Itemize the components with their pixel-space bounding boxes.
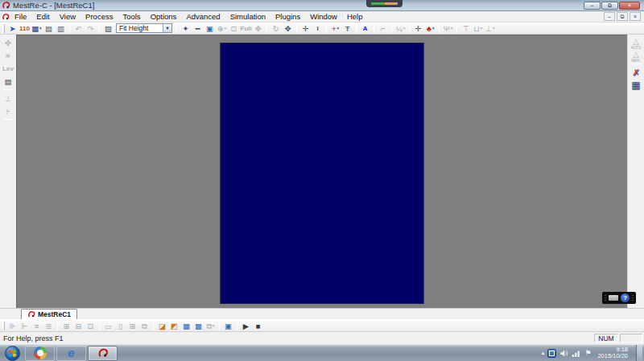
drag-handle[interactable]	[632, 295, 634, 302]
overlay-table-icon[interactable]: ▦	[181, 321, 192, 331]
close-button[interactable]: ×	[619, 2, 640, 10]
zoom-mode-icon[interactable]: ▨	[103, 23, 114, 34]
stop-icon[interactable]: ■	[253, 321, 264, 331]
network-signal-icon[interactable]	[572, 349, 581, 358]
menu-plugins[interactable]: Plugins	[270, 11, 305, 23]
volume-icon[interactable]	[559, 349, 568, 358]
trace-icon: ⊦	[2, 105, 14, 117]
overlay-grid-icon[interactable]: ▩	[193, 321, 204, 331]
tree-icon[interactable]: ♣▾	[425, 23, 436, 34]
distribute-h-icon: ≡	[31, 321, 43, 331]
mdi-close-button[interactable]: ×	[630, 12, 641, 21]
arrange-icon: ⧉▾	[205, 321, 217, 331]
separator	[326, 24, 327, 33]
spectrum-page[interactable]	[221, 43, 424, 304]
main-toolbar: ➤110▦▾▤▥↶↷▨ Fit Height ▼ ✦━▣⊕▾⊡Full✥↻✥✛I…	[0, 23, 644, 35]
separator	[3, 89, 13, 90]
taskbar-360-browser-button[interactable]	[25, 346, 55, 361]
menu-tools[interactable]: Tools	[118, 11, 145, 23]
taskbar-clock[interactable]: 9:18 2015/10/20	[597, 347, 628, 359]
combobox-dropdown-icon[interactable]: ▼	[163, 24, 171, 32]
peak-pick-icon[interactable]: Ŧ	[342, 23, 353, 34]
capture-overlay-widget: ?	[602, 292, 636, 304]
separator	[237, 322, 237, 330]
action-center-flag-icon[interactable]: ⚑	[584, 349, 591, 357]
level-table-icon[interactable]: ▤	[2, 76, 14, 87]
save-icon[interactable]: ▦▾	[31, 23, 43, 34]
integral-icon[interactable]: I	[312, 23, 324, 34]
tab-mestrec1[interactable]: MestReC1	[21, 309, 77, 319]
fraction-icon: ¼▾	[395, 23, 407, 34]
start-button[interactable]	[2, 346, 23, 361]
statusbar: For Help, press F1 NUM	[0, 332, 644, 344]
help-icon[interactable]: ?	[621, 293, 630, 302]
repair-tools-icon[interactable]: ✗	[630, 67, 642, 78]
new-fid-icon[interactable]: 110	[19, 23, 31, 34]
system-tray: ▴ ⚑ 9:18 2015/10/20	[542, 345, 642, 361]
menubar: FileEditViewProcessToolsOptionsAdvancedS…	[0, 11, 644, 23]
crosshair-icon[interactable]: ✛	[300, 23, 312, 34]
taskbar-mestrec-button[interactable]	[88, 346, 118, 361]
axes-icon: ⊥	[2, 92, 14, 104]
print-icon[interactable]: ▤	[43, 23, 55, 34]
contour-icon: ✳	[2, 50, 14, 61]
window-title: MestRe-C - [MestReC1]	[13, 1, 94, 10]
restore-button[interactable]: ⧉	[601, 2, 618, 10]
menu-edit[interactable]: Edit	[31, 11, 54, 23]
text-tool-icon[interactable]: A	[360, 23, 371, 34]
zoom-combobox[interactable]: Fit Height ▼	[116, 23, 172, 33]
grid-icon: ⊞	[127, 321, 138, 331]
taskbar: e ▴ ⚑ 9:18 2015/10/20	[0, 344, 644, 361]
cut-region-icon: ⊔▾	[473, 23, 484, 34]
show-desktop-button[interactable]	[636, 345, 642, 361]
separator	[69, 24, 70, 33]
reduce-icon[interactable]: ━	[192, 23, 204, 34]
expand-icon[interactable]: ✦	[180, 23, 192, 34]
separator	[57, 322, 58, 330]
menu-help[interactable]: Help	[342, 11, 368, 23]
taskbar-ie-button[interactable]: e	[56, 346, 86, 361]
menu-advanced[interactable]: Advanced	[181, 11, 225, 23]
toolbar-grip[interactable]	[2, 322, 5, 330]
mdi-restore-button[interactable]: ⧉	[617, 12, 628, 21]
move-icon[interactable]: ✥	[283, 23, 294, 34]
separator	[266, 24, 267, 33]
assignment-table-icon[interactable]: ▦	[630, 80, 642, 91]
mestrec-icon	[97, 347, 109, 359]
separator	[153, 322, 154, 330]
menu-process[interactable]: Process	[80, 11, 118, 23]
recorder-peek-widget[interactable]	[366, 0, 402, 7]
open-icon[interactable]: ➤	[7, 23, 19, 34]
minimize-button[interactable]: –	[584, 2, 601, 10]
document-canvas	[16, 35, 627, 308]
tab-label: MestReC1	[38, 310, 71, 318]
fullscreen-icon[interactable]: ▣	[204, 23, 216, 34]
peak-cursor-icon: ✜	[2, 37, 14, 48]
zoom-box-icon: ⊡	[229, 23, 240, 34]
play-icon[interactable]: ▶	[241, 321, 252, 331]
separator	[391, 24, 392, 33]
menu-file[interactable]: File	[10, 11, 31, 23]
separator	[219, 322, 220, 330]
menu-simulation[interactable]: Simulation	[225, 11, 270, 23]
drag-handle[interactable]	[605, 295, 606, 302]
tray-expand-icon[interactable]: ▴	[542, 350, 545, 356]
menu-window[interactable]: Window	[305, 11, 342, 23]
screen-view-icon[interactable]: ▣	[223, 321, 234, 331]
menu-view[interactable]: View	[55, 11, 80, 23]
document-icon	[2, 13, 10, 21]
separator	[296, 24, 297, 33]
toolbar-grip[interactable]	[2, 24, 5, 33]
mdi-minimize-button[interactable]: –	[604, 12, 615, 21]
tray-app-icon[interactable]	[547, 349, 556, 358]
stack-plots-icon[interactable]: ◪	[157, 321, 168, 331]
menu-options[interactable]: Options	[146, 11, 182, 23]
divider-icon[interactable]: ✛	[413, 23, 424, 34]
add-peak-icon[interactable]: +▾	[330, 23, 341, 34]
capture-button[interactable]	[609, 295, 619, 301]
right-toolbar: △AUTO △MAN. ✗ ▦	[627, 35, 644, 308]
rotate-icon: ↻	[270, 23, 282, 34]
print-preview-icon[interactable]: ▥	[56, 23, 67, 34]
tile-horizontal-icon: ⊞	[61, 321, 72, 331]
unstack-plots-icon[interactable]: ◩	[169, 321, 180, 331]
